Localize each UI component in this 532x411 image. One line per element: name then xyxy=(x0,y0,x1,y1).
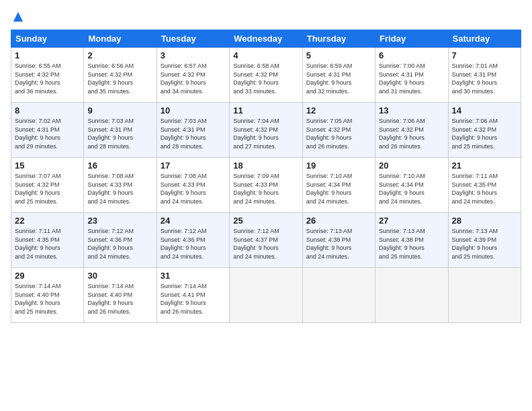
calendar-day: 20Sunrise: 7:10 AM Sunset: 4:34 PM Dayli… xyxy=(375,158,448,213)
calendar-day: 7Sunrise: 7:01 AM Sunset: 4:31 PM Daylig… xyxy=(448,48,521,103)
day-number: 17 xyxy=(161,161,226,171)
calendar-week-row: 8Sunrise: 7:02 AM Sunset: 4:31 PM Daylig… xyxy=(11,103,521,158)
calendar-day: 23Sunrise: 7:12 AM Sunset: 4:36 PM Dayli… xyxy=(84,213,157,268)
day-info: Sunrise: 7:09 AM Sunset: 4:33 PM Dayligh… xyxy=(233,172,298,205)
day-number: 27 xyxy=(379,216,444,226)
day-info: Sunrise: 7:12 AM Sunset: 4:37 PM Dayligh… xyxy=(233,227,298,261)
day-number: 26 xyxy=(306,216,371,226)
column-header-monday: Monday xyxy=(84,30,157,48)
day-number: 11 xyxy=(233,105,298,116)
day-info: Sunrise: 6:59 AM Sunset: 4:31 PM Dayligh… xyxy=(306,62,371,95)
calendar-day: 25Sunrise: 7:12 AM Sunset: 4:37 PM Dayli… xyxy=(230,213,302,268)
day-number: 30 xyxy=(87,271,152,281)
calendar-day: 30Sunrise: 7:14 AM Sunset: 4:40 PM Dayli… xyxy=(84,268,157,323)
calendar-day: 9Sunrise: 7:03 AM Sunset: 4:31 PM Daylig… xyxy=(84,103,157,158)
calendar-day: 1Sunrise: 6:55 AM Sunset: 4:32 PM Daylig… xyxy=(11,48,84,103)
day-number: 2 xyxy=(87,50,152,60)
calendar-day: 31Sunrise: 7:14 AM Sunset: 4:41 PM Dayli… xyxy=(157,268,229,323)
calendar-day: 17Sunrise: 7:08 AM Sunset: 4:33 PM Dayli… xyxy=(157,158,229,213)
day-number: 3 xyxy=(161,50,226,60)
day-number: 24 xyxy=(161,216,226,226)
svg-marker-0 xyxy=(13,12,23,21)
day-info: Sunrise: 7:13 AM Sunset: 4:38 PM Dayligh… xyxy=(306,227,371,261)
day-number: 1 xyxy=(15,50,80,60)
day-info: Sunrise: 7:00 AM Sunset: 4:31 PM Dayligh… xyxy=(379,62,444,95)
column-header-saturday: Saturday xyxy=(448,30,521,48)
day-number: 20 xyxy=(379,161,444,171)
column-header-tuesday: Tuesday xyxy=(157,30,229,48)
calendar-day: 21Sunrise: 7:11 AM Sunset: 4:35 PM Dayli… xyxy=(448,158,521,213)
day-number: 15 xyxy=(15,161,80,171)
day-number: 19 xyxy=(306,161,371,171)
column-header-wednesday: Wednesday xyxy=(230,30,302,48)
day-number: 8 xyxy=(15,105,80,116)
calendar-day: 13Sunrise: 7:06 AM Sunset: 4:32 PM Dayli… xyxy=(375,103,448,158)
calendar-day: 8Sunrise: 7:02 AM Sunset: 4:31 PM Daylig… xyxy=(11,103,84,158)
day-info: Sunrise: 7:02 AM Sunset: 4:31 PM Dayligh… xyxy=(15,117,80,150)
day-number: 14 xyxy=(452,105,517,116)
day-info: Sunrise: 7:03 AM Sunset: 4:31 PM Dayligh… xyxy=(87,117,152,150)
calendar-day: 10Sunrise: 7:03 AM Sunset: 4:31 PM Dayli… xyxy=(157,103,229,158)
day-info: Sunrise: 7:04 AM Sunset: 4:32 PM Dayligh… xyxy=(233,117,298,150)
day-number: 22 xyxy=(15,216,80,226)
day-info: Sunrise: 6:57 AM Sunset: 4:32 PM Dayligh… xyxy=(161,62,226,95)
calendar-table: SundayMondayTuesdayWednesdayThursdayFrid… xyxy=(11,30,521,323)
calendar-day: 4Sunrise: 6:58 AM Sunset: 4:32 PM Daylig… xyxy=(230,48,302,103)
calendar-day: 2Sunrise: 6:56 AM Sunset: 4:32 PM Daylig… xyxy=(84,48,157,103)
calendar-day: 15Sunrise: 7:07 AM Sunset: 4:32 PM Dayli… xyxy=(11,158,84,213)
calendar-day xyxy=(302,268,375,323)
calendar-day: 29Sunrise: 7:14 AM Sunset: 4:40 PM Dayli… xyxy=(11,268,84,323)
calendar-container: SundayMondayTuesdayWednesdayThursdayFrid… xyxy=(0,0,532,328)
day-info: Sunrise: 7:01 AM Sunset: 4:31 PM Dayligh… xyxy=(452,62,517,95)
day-info: Sunrise: 7:11 AM Sunset: 4:35 PM Dayligh… xyxy=(452,172,517,205)
day-info: Sunrise: 7:12 AM Sunset: 4:36 PM Dayligh… xyxy=(87,227,152,261)
day-info: Sunrise: 7:12 AM Sunset: 4:36 PM Dayligh… xyxy=(161,227,226,261)
day-info: Sunrise: 7:08 AM Sunset: 4:33 PM Dayligh… xyxy=(161,172,226,205)
calendar-day: 28Sunrise: 7:13 AM Sunset: 4:39 PM Dayli… xyxy=(448,213,521,268)
day-number: 12 xyxy=(306,105,371,116)
calendar-day: 3Sunrise: 6:57 AM Sunset: 4:32 PM Daylig… xyxy=(157,48,229,103)
day-number: 5 xyxy=(306,50,371,60)
day-number: 9 xyxy=(87,105,152,116)
calendar-day xyxy=(230,268,302,323)
day-info: Sunrise: 7:14 AM Sunset: 4:41 PM Dayligh… xyxy=(161,282,226,316)
day-info: Sunrise: 7:03 AM Sunset: 4:31 PM Dayligh… xyxy=(161,117,226,150)
calendar-day: 18Sunrise: 7:09 AM Sunset: 4:33 PM Dayli… xyxy=(230,158,302,213)
day-info: Sunrise: 7:05 AM Sunset: 4:32 PM Dayligh… xyxy=(306,117,371,150)
calendar-header-row: SundayMondayTuesdayWednesdayThursdayFrid… xyxy=(11,30,521,48)
day-info: Sunrise: 7:06 AM Sunset: 4:32 PM Dayligh… xyxy=(379,117,444,150)
day-info: Sunrise: 7:10 AM Sunset: 4:34 PM Dayligh… xyxy=(379,172,444,205)
calendar-day: 11Sunrise: 7:04 AM Sunset: 4:32 PM Dayli… xyxy=(230,103,302,158)
day-info: Sunrise: 7:07 AM Sunset: 4:32 PM Dayligh… xyxy=(15,172,80,205)
day-number: 23 xyxy=(87,216,152,226)
calendar-day: 24Sunrise: 7:12 AM Sunset: 4:36 PM Dayli… xyxy=(157,213,229,268)
calendar-week-row: 1Sunrise: 6:55 AM Sunset: 4:32 PM Daylig… xyxy=(11,48,521,103)
calendar-day: 14Sunrise: 7:06 AM Sunset: 4:32 PM Dayli… xyxy=(448,103,521,158)
day-number: 31 xyxy=(161,271,226,281)
calendar-day: 16Sunrise: 7:08 AM Sunset: 4:33 PM Dayli… xyxy=(84,158,157,213)
column-header-friday: Friday xyxy=(375,30,448,48)
day-info: Sunrise: 7:10 AM Sunset: 4:34 PM Dayligh… xyxy=(306,172,371,205)
column-header-sunday: Sunday xyxy=(11,30,84,48)
logo-text xyxy=(11,11,24,23)
calendar-day: 12Sunrise: 7:05 AM Sunset: 4:32 PM Dayli… xyxy=(302,103,375,158)
calendar-day: 19Sunrise: 7:10 AM Sunset: 4:34 PM Dayli… xyxy=(302,158,375,213)
day-number: 13 xyxy=(379,105,444,116)
day-info: Sunrise: 7:14 AM Sunset: 4:40 PM Dayligh… xyxy=(87,282,152,316)
day-number: 25 xyxy=(233,216,298,226)
day-number: 29 xyxy=(15,271,80,281)
calendar-day xyxy=(448,268,521,323)
day-info: Sunrise: 7:11 AM Sunset: 4:35 PM Dayligh… xyxy=(15,227,80,261)
calendar-day: 22Sunrise: 7:11 AM Sunset: 4:35 PM Dayli… xyxy=(11,213,84,268)
column-header-thursday: Thursday xyxy=(302,30,375,48)
calendar-day: 26Sunrise: 7:13 AM Sunset: 4:38 PM Dayli… xyxy=(302,213,375,268)
calendar-day: 6Sunrise: 7:00 AM Sunset: 4:31 PM Daylig… xyxy=(375,48,448,103)
header xyxy=(11,11,521,23)
day-info: Sunrise: 6:56 AM Sunset: 4:32 PM Dayligh… xyxy=(87,62,152,95)
logo xyxy=(11,11,24,23)
day-info: Sunrise: 6:58 AM Sunset: 4:32 PM Dayligh… xyxy=(233,62,298,95)
day-number: 28 xyxy=(452,216,517,226)
day-info: Sunrise: 7:13 AM Sunset: 4:39 PM Dayligh… xyxy=(452,227,517,261)
calendar-day: 5Sunrise: 6:59 AM Sunset: 4:31 PM Daylig… xyxy=(302,48,375,103)
day-number: 4 xyxy=(233,50,298,60)
